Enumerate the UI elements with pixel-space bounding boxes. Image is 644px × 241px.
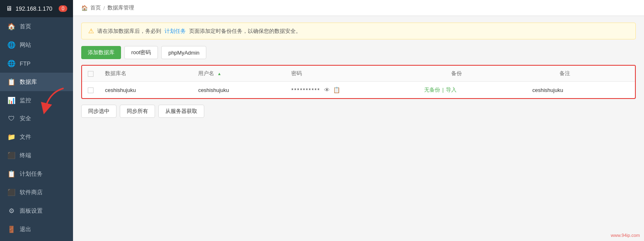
notification-badge: 0: [59, 5, 67, 12]
database-table-wrapper: 数据库名 用户名 ▲ 密码 备份 备注: [81, 65, 636, 99]
sidebar-item-security[interactable]: 🛡 安全: [0, 110, 73, 128]
select-all-checkbox[interactable]: [88, 71, 94, 77]
show-password-icon[interactable]: 👁: [324, 87, 330, 93]
db-name: ceshishujuku: [105, 87, 136, 93]
website-icon: 🌐: [7, 41, 16, 49]
sidebar-item-label: 计划任务: [20, 170, 43, 178]
sync-selected-button[interactable]: 同步选中: [81, 105, 116, 118]
sidebar-item-label: 首页: [20, 23, 31, 30]
th-username: 用户名 ▲: [192, 66, 285, 82]
password-cell: ********** 👁 📋: [285, 82, 418, 99]
breadcrumb: 🏠 首页 / 数据库管理: [73, 0, 644, 16]
sidebar: 🖥 192.168.1.170 0 🏠 首页 🌐 网站 🌐 FTP 📋 数据库 …: [0, 0, 73, 241]
sidebar-item-label: 网站: [20, 41, 31, 49]
backup-cell: 无备份 | 导入: [418, 82, 527, 99]
remark-cell: ceshishujuku: [527, 82, 635, 99]
fetch-server-button[interactable]: 从服务器获取: [158, 105, 204, 118]
breadcrumb-current: 数据库管理: [107, 4, 134, 11]
backup-separator: |: [442, 87, 443, 93]
terminal-icon: ⬛: [7, 151, 16, 159]
row-checkbox-cell: [82, 82, 99, 99]
db-name-cell: ceshishujuku: [99, 82, 192, 99]
sidebar-item-label: 退出: [20, 226, 31, 233]
phpmyadmin-button[interactable]: phpMyAdmin: [161, 46, 206, 59]
server-ip: 192.168.1.170: [16, 5, 53, 12]
add-database-button[interactable]: 添加数据库: [81, 46, 121, 59]
appstore-icon: ⬛: [7, 188, 16, 196]
th-remark: 备注: [527, 66, 635, 82]
logout-icon: 🚪: [7, 225, 16, 233]
sidebar-item-appstore[interactable]: ⬛ 软件商店: [0, 183, 73, 202]
backup-status[interactable]: 无备份: [424, 87, 440, 93]
monitor-icon: 🖥: [6, 5, 12, 12]
sidebar-item-monitor[interactable]: 📊 监控: [0, 91, 73, 110]
sidebar-item-website[interactable]: 🌐 网站: [0, 36, 73, 54]
password-dots: **********: [291, 87, 320, 93]
monitor-nav-icon: 📊: [7, 96, 16, 104]
sidebar-item-files[interactable]: 📁 文件: [0, 128, 73, 146]
gear-icon: ⚙: [7, 207, 16, 215]
sidebar-header: 🖥 192.168.1.170 0: [0, 0, 73, 17]
action-toolbar: 添加数据库 root密码 phpMyAdmin: [81, 46, 636, 59]
table-row: ceshishujuku ceshishujuku ********** 👁 📋…: [82, 82, 635, 99]
sidebar-item-database[interactable]: 📋 数据库: [0, 73, 73, 91]
th-backup: 备份: [418, 66, 527, 82]
breadcrumb-home[interactable]: 首页: [90, 4, 101, 11]
home-breadcrumb-icon: 🏠: [81, 5, 88, 11]
database-icon: 📋: [7, 78, 16, 86]
notice-text-after: 页面添加定时备份任务，以确保您的数据安全。: [189, 28, 301, 35]
sort-asc-icon[interactable]: ▲: [217, 71, 222, 76]
sidebar-item-ftp[interactable]: 🌐 FTP: [0, 54, 73, 73]
warning-notice: ⚠ 请在添加数据库后，务必到 计划任务 页面添加定时备份任务，以确保您的数据安全…: [81, 23, 636, 39]
th-password: 密码: [285, 66, 418, 82]
sidebar-item-label: 文件: [20, 133, 31, 141]
folder-icon: 📁: [7, 133, 16, 141]
bottom-toolbar: 同步选中 同步所有 从服务器获取: [81, 105, 636, 118]
warning-icon: ⚠: [88, 27, 94, 35]
page-content: ⚠ 请在添加数据库后，务必到 计划任务 页面添加定时备份任务，以确保您的数据安全…: [73, 16, 644, 241]
cron-icon: 📋: [7, 170, 16, 178]
sidebar-item-home[interactable]: 🏠 首页: [0, 17, 73, 36]
sidebar-item-label: 监控: [20, 97, 31, 104]
database-table: 数据库名 用户名 ▲ 密码 备份 备注: [82, 66, 635, 98]
notice-link[interactable]: 计划任务: [164, 28, 186, 35]
sidebar-item-terminal[interactable]: ⬛ 终端: [0, 146, 73, 165]
th-checkbox: [82, 66, 99, 82]
username-cell: ceshishujuku: [192, 82, 285, 99]
sidebar-item-label: 数据库: [20, 78, 37, 86]
copy-password-icon[interactable]: 📋: [333, 87, 340, 93]
sidebar-item-label: 安全: [20, 115, 31, 122]
sidebar-item-label: FTP: [20, 60, 30, 67]
import-link[interactable]: 导入: [446, 87, 457, 93]
th-db-name: 数据库名: [99, 66, 192, 82]
home-icon: 🏠: [7, 23, 16, 30]
sidebar-item-panel-settings[interactable]: ⚙ 面板设置: [0, 202, 73, 220]
main-content: 🏠 首页 / 数据库管理 ⚠ 请在添加数据库后，务必到 计划任务 页面添加定时备…: [73, 0, 644, 241]
root-password-button[interactable]: root密码: [124, 46, 158, 59]
breadcrumb-separator: /: [103, 5, 105, 11]
shield-icon: 🛡: [7, 115, 16, 122]
watermark: www.94ip.com: [611, 233, 640, 238]
username: ceshishujuku: [198, 87, 229, 93]
notice-text-before: 请在添加数据库后，务必到: [97, 28, 161, 35]
row-checkbox[interactable]: [88, 87, 94, 93]
sidebar-item-label: 终端: [20, 152, 31, 159]
remark-text: ceshishujuku: [532, 87, 563, 93]
sync-all-button[interactable]: 同步所有: [120, 105, 155, 118]
ftp-icon: 🌐: [7, 60, 16, 67]
sidebar-item-cron[interactable]: 📋 计划任务: [0, 165, 73, 183]
table-header-row: 数据库名 用户名 ▲ 密码 备份 备注: [82, 66, 635, 82]
sidebar-item-logout[interactable]: 🚪 退出: [0, 220, 73, 239]
sidebar-item-label: 面板设置: [20, 207, 43, 215]
sidebar-item-label: 软件商店: [20, 189, 43, 196]
